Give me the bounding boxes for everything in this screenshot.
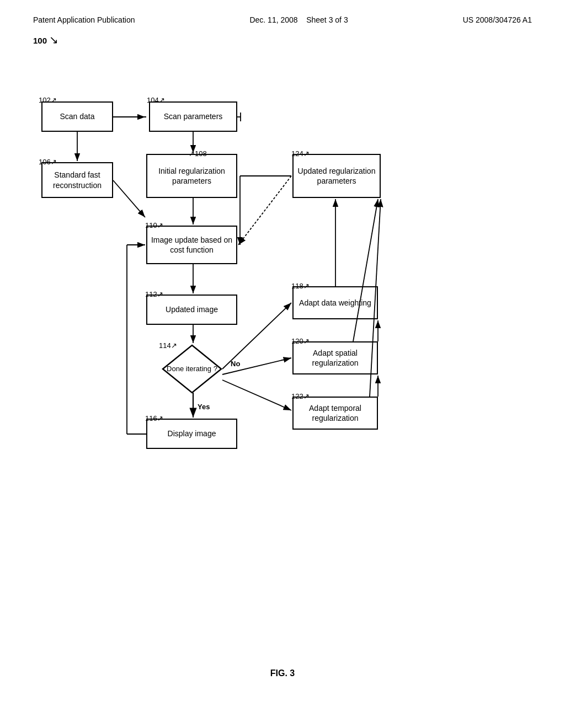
ref-110: 110↗	[145, 221, 163, 229]
initial-reg-box: Initial regularization parameters	[146, 154, 237, 198]
ref-118: 118↗	[291, 282, 310, 290]
adapt-data-box: Adapt data weighting	[292, 286, 378, 319]
ref-102: 102↗	[39, 96, 57, 104]
ref-116: 116↗	[145, 414, 163, 422]
ref-122: 122↗	[291, 392, 310, 400]
scan-data-box: Scan data	[41, 101, 113, 132]
adapt-spatial-box: Adapt spatial regularization	[292, 341, 378, 374]
header-right: US 2008/304726 A1	[463, 15, 532, 24]
ref-112: 112↗	[145, 290, 163, 298]
svg-line-19	[222, 358, 291, 374]
ref-124: 124↗	[291, 149, 310, 158]
ref-114: 114↗	[159, 341, 177, 350]
diagram-area: Scan data 102↗ Scan parameters 104↗ Stan…	[0, 35, 565, 642]
svg-text:Yes: Yes	[198, 403, 210, 411]
ref-108: ↗108	[189, 149, 207, 158]
display-image-box: Display image	[146, 419, 237, 449]
svg-line-20	[222, 380, 291, 410]
page-header: Patent Application Publication Dec. 11, …	[0, 0, 565, 24]
svg-line-5	[113, 180, 145, 217]
header-left: Patent Application Publication	[33, 15, 135, 24]
ref-106: 106↗	[39, 158, 57, 166]
svg-text:No: No	[231, 360, 240, 368]
standard-fast-box: Standard fast reconstruction	[41, 162, 113, 198]
fig-caption: FIG. 3	[270, 668, 295, 678]
adapt-temporal-box: Adapt temporal regularization	[292, 397, 378, 430]
updated-reg-box: Updated regularization parameters	[292, 154, 381, 198]
ref-120: 120↗	[291, 337, 310, 345]
svg-line-16	[238, 176, 291, 245]
svg-line-14	[353, 199, 378, 341]
header-middle: Dec. 11, 2008 Sheet 3 of 3	[249, 15, 348, 24]
done-iterating-diamond: Done iterating ?	[162, 344, 222, 394]
image-update-box: Image update based on cost function	[146, 226, 237, 264]
ref-104: 104↗	[147, 96, 165, 104]
updated-image-box: Updated image	[146, 295, 237, 325]
scan-params-box: Scan parameters	[149, 101, 237, 132]
